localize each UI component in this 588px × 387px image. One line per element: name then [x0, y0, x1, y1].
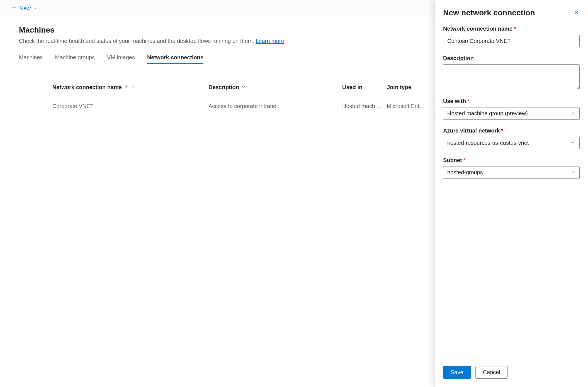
- cell-used-in: Hosted mach…: [342, 103, 387, 109]
- cell-description: Access to corporate intranet: [208, 103, 342, 109]
- col-name[interactable]: Network connection name: [52, 84, 208, 90]
- new-button[interactable]: New: [11, 5, 37, 12]
- chevron-down-icon: [33, 5, 37, 12]
- label-description: Description: [443, 55, 580, 62]
- chevron-down-icon: [571, 140, 575, 146]
- required-marker: *: [514, 26, 516, 32]
- field-network-connection-name: Network connection name*: [443, 26, 580, 47]
- field-use-with: Use with* Hosted machine group (preview): [443, 98, 580, 120]
- col-used-in[interactable]: Used in: [342, 84, 387, 90]
- page-subtext-text: Check the real-time health and status of…: [19, 38, 256, 44]
- chevron-down-icon: [131, 84, 135, 90]
- field-description: Description: [443, 55, 580, 90]
- col-description[interactable]: Description: [208, 84, 342, 90]
- required-marker: *: [463, 157, 465, 163]
- col-name-label: Network connection name: [52, 84, 122, 90]
- col-description-label: Description: [208, 84, 239, 90]
- select-azure-virtual-network[interactable]: hosted-resources-us-eastus-vnet: [443, 137, 580, 149]
- tab-network-connections[interactable]: Network connections: [147, 54, 203, 64]
- cell-join-type: Microsoft Ent…: [387, 103, 443, 109]
- plus-icon: [11, 5, 17, 12]
- panel-header: New network connection: [443, 8, 580, 17]
- learn-more-link[interactable]: Learn more: [256, 38, 284, 44]
- chevron-down-icon: [241, 84, 246, 90]
- tab-machine-groups[interactable]: Machine groups: [55, 54, 95, 64]
- close-button[interactable]: [574, 9, 580, 16]
- required-marker: *: [501, 128, 503, 134]
- col-used-in-label: Used in: [342, 84, 362, 90]
- select-subnet-value: hosted-groups: [447, 169, 483, 176]
- panel-title: New network connection: [443, 8, 535, 17]
- new-network-connection-panel: New network connection Network connectio…: [435, 0, 588, 387]
- input-network-connection-name[interactable]: [443, 35, 580, 47]
- label-network-connection-name: Network connection name*: [443, 26, 580, 32]
- close-icon: [574, 12, 580, 16]
- tab-machines[interactable]: Machines: [19, 54, 43, 64]
- col-join-type[interactable]: Join type: [387, 84, 443, 90]
- select-use-with[interactable]: Hosted machine group (preview): [443, 107, 580, 120]
- select-avn-value: hosted-resources-us-eastus-vnet: [447, 140, 529, 146]
- field-azure-virtual-network: Azure virtual network* hosted-resources-…: [443, 128, 580, 149]
- select-subnet[interactable]: hosted-groups: [443, 166, 580, 179]
- save-button[interactable]: Save: [443, 366, 471, 379]
- input-description[interactable]: [443, 64, 580, 89]
- label-azure-virtual-network: Azure virtual network*: [443, 128, 580, 134]
- col-join-type-label: Join type: [387, 84, 411, 90]
- required-marker: *: [467, 98, 469, 104]
- cancel-button[interactable]: Cancel: [475, 366, 508, 379]
- label-subnet: Subnet*: [443, 157, 580, 163]
- field-subnet: Subnet* hosted-groups: [443, 157, 580, 179]
- cell-name: Corporate VNET: [52, 103, 208, 109]
- select-use-with-value: Hosted machine group (preview): [447, 110, 528, 117]
- tab-vm-images[interactable]: VM images: [107, 54, 135, 64]
- chevron-down-icon: [571, 169, 575, 176]
- chevron-down-icon: [571, 110, 575, 117]
- new-button-label: New: [20, 5, 31, 12]
- panel-footer: Save Cancel: [435, 360, 588, 387]
- sort-asc-icon: [124, 84, 128, 90]
- label-use-with: Use with*: [443, 98, 580, 104]
